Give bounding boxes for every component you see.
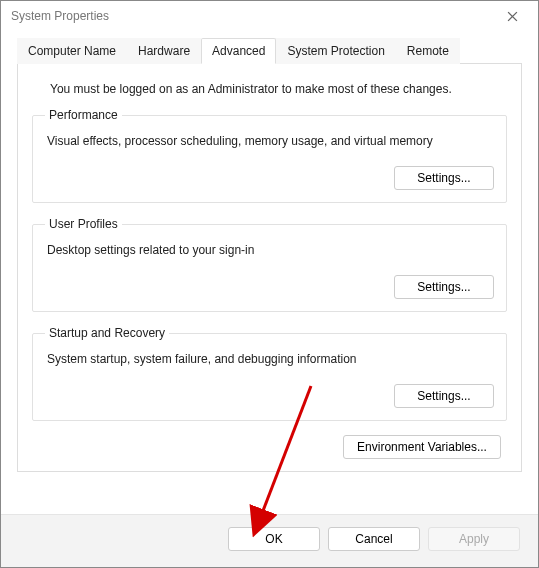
performance-group: Performance Visual effects, processor sc… [32, 108, 507, 203]
dialog-content: Computer Name Hardware Advanced System P… [1, 31, 538, 482]
titlebar: System Properties [1, 1, 538, 31]
user-profiles-group: User Profiles Desktop settings related t… [32, 217, 507, 312]
close-icon [507, 11, 518, 22]
dialog-footer: OK Cancel Apply [1, 514, 538, 567]
tab-computer-name[interactable]: Computer Name [17, 38, 127, 64]
performance-settings-button[interactable]: Settings... [394, 166, 494, 190]
apply-button: Apply [428, 527, 520, 551]
startup-recovery-settings-button[interactable]: Settings... [394, 384, 494, 408]
performance-legend: Performance [45, 108, 122, 122]
admin-notice-text: You must be logged on as an Administrato… [50, 82, 507, 96]
tab-strip: Computer Name Hardware Advanced System P… [17, 37, 522, 64]
startup-recovery-legend: Startup and Recovery [45, 326, 169, 340]
user-profiles-settings-button[interactable]: Settings... [394, 275, 494, 299]
tab-hardware[interactable]: Hardware [127, 38, 201, 64]
close-button[interactable] [492, 3, 532, 29]
window-title: System Properties [11, 9, 492, 23]
environment-variables-button[interactable]: Environment Variables... [343, 435, 501, 459]
tab-page-advanced: You must be logged on as an Administrato… [17, 64, 522, 472]
tab-system-protection[interactable]: System Protection [276, 38, 395, 64]
startup-recovery-group: Startup and Recovery System startup, sys… [32, 326, 507, 421]
cancel-button[interactable]: Cancel [328, 527, 420, 551]
user-profiles-desc: Desktop settings related to your sign-in [47, 243, 494, 257]
tab-advanced[interactable]: Advanced [201, 38, 276, 64]
performance-desc: Visual effects, processor scheduling, me… [47, 134, 494, 148]
user-profiles-legend: User Profiles [45, 217, 122, 231]
startup-recovery-desc: System startup, system failure, and debu… [47, 352, 494, 366]
tab-remote[interactable]: Remote [396, 38, 460, 64]
ok-button[interactable]: OK [228, 527, 320, 551]
